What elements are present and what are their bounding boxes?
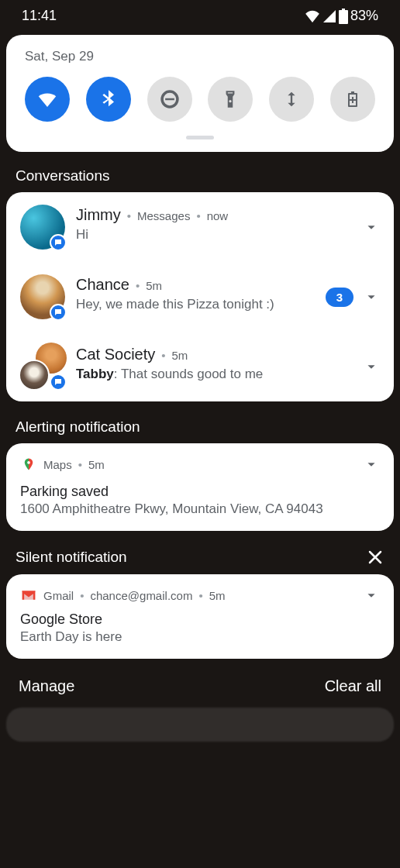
- conversations-header: Conversations: [0, 161, 400, 192]
- conversations-card: Jimmy • Messages • now Hi Chance • 5m: [6, 192, 394, 401]
- chevron-down-icon[interactable]: [363, 456, 380, 473]
- quick-settings-panel: Sat, Sep 29: [6, 35, 394, 152]
- message-sender: Tabby: [76, 367, 114, 381]
- messages-badge-icon: [50, 374, 67, 391]
- separator-dot: •: [198, 589, 202, 602]
- separator-dot: •: [80, 589, 84, 602]
- gmail-notification: Gmail • chance@gmail.com • 5m Google Sto…: [6, 574, 394, 659]
- unread-count-badge: 3: [326, 288, 353, 307]
- conversation-item[interactable]: Jimmy • Messages • now Hi: [6, 192, 394, 262]
- separator-dot: •: [127, 209, 131, 222]
- notification-head: Maps • 5m: [20, 456, 380, 473]
- conversation-body: Cat Society • 5m Tabby: That sounds good…: [76, 344, 357, 382]
- silent-header: Silent notification: [0, 542, 400, 574]
- conversation-message: Hi: [76, 227, 357, 243]
- notification-time: 5m: [209, 589, 226, 602]
- notification-title: Parking saved: [20, 484, 380, 500]
- qs-date: Sat, Sep 29: [25, 49, 378, 64]
- conversation-header: Jimmy • Messages • now: [76, 206, 357, 224]
- signal-icon: [322, 10, 336, 22]
- avatar: [20, 344, 65, 389]
- conversation-right: [363, 219, 380, 236]
- notification-account: chance@gmail.com: [90, 589, 192, 602]
- maps-icon: [20, 456, 37, 473]
- battery-saver-icon: [343, 89, 362, 109]
- qs-tile-flashlight[interactable]: [208, 77, 253, 122]
- qs-tile-autorotate[interactable]: [269, 77, 314, 122]
- dismiss-section-icon[interactable]: [366, 548, 384, 567]
- notification-text: Earth Day is here: [20, 629, 380, 645]
- alerting-header: Alerting notification: [0, 412, 400, 443]
- flashlight-icon: [220, 89, 240, 109]
- qs-tile-bluetooth[interactable]: [86, 77, 131, 122]
- bluetooth-icon: [98, 88, 119, 110]
- avatar: [20, 205, 65, 250]
- qs-tile-dnd[interactable]: [147, 77, 192, 122]
- notification-head: Gmail • chance@gmail.com • 5m: [20, 587, 380, 604]
- notification-app: Maps: [43, 458, 72, 471]
- conversation-time: 5m: [146, 279, 162, 292]
- separator-dot: •: [196, 209, 200, 222]
- messages-badge-icon: [50, 304, 67, 321]
- autorotate-sync-icon: [281, 88, 302, 110]
- chevron-down-icon[interactable]: [363, 358, 380, 375]
- notification-time: 5m: [88, 458, 105, 471]
- qs-tile-row: [22, 77, 378, 122]
- chevron-down-icon[interactable]: [363, 587, 380, 604]
- separator-dot: •: [161, 349, 165, 362]
- status-bar: 11:41 83%: [0, 0, 400, 29]
- clear-all-button[interactable]: Clear all: [325, 677, 381, 695]
- conversation-body: Jimmy • Messages • now Hi: [76, 205, 357, 243]
- home-search-blur: [6, 708, 394, 742]
- conversation-right: 3: [326, 288, 380, 307]
- wifi-icon: [36, 88, 59, 111]
- chevron-down-icon[interactable]: [363, 219, 380, 236]
- conversation-right: [363, 358, 380, 375]
- conversations-title: Conversations: [16, 167, 109, 184]
- manage-button[interactable]: Manage: [19, 677, 74, 695]
- conversation-header: Chance • 5m: [76, 276, 319, 294]
- gmail-icon: [20, 587, 37, 604]
- conversation-time: 5m: [172, 349, 188, 362]
- conversation-app: Messages: [137, 209, 190, 222]
- bottom-actions: Manage Clear all: [0, 670, 400, 703]
- conversation-message: Hey, we made this Pizza tonight :): [76, 297, 319, 312]
- wifi-icon: [305, 10, 320, 22]
- status-right: 83%: [305, 8, 378, 24]
- message-text: That sounds good to me: [121, 367, 263, 381]
- separator-dot: •: [136, 279, 140, 292]
- separator-dot: •: [78, 458, 82, 471]
- battery-icon: [339, 9, 348, 24]
- dnd-icon: [159, 88, 181, 110]
- silent-title: Silent notification: [16, 549, 127, 566]
- avatar: [20, 274, 65, 319]
- conversation-name: Chance: [76, 276, 129, 294]
- conversation-body: Chance • 5m Hey, we made this Pizza toni…: [76, 274, 319, 312]
- notification-title: Google Store: [20, 611, 380, 628]
- conversation-message: Tabby: That sounds good to me: [76, 367, 357, 382]
- qs-tile-wifi[interactable]: [25, 77, 70, 122]
- chevron-down-icon[interactable]: [363, 288, 380, 305]
- conversation-item[interactable]: Chance • 5m Hey, we made this Pizza toni…: [6, 262, 394, 332]
- qs-drag-handle[interactable]: [186, 136, 214, 140]
- qs-tile-battery-saver[interactable]: [330, 77, 375, 122]
- alerting-title: Alerting notification: [16, 418, 140, 436]
- silent-card[interactable]: Gmail • chance@gmail.com • 5m Google Sto…: [6, 574, 394, 659]
- messages-badge-icon: [50, 234, 67, 251]
- alerting-card[interactable]: Maps • 5m Parking saved 1600 Amphitheatr…: [6, 443, 394, 531]
- notification-text: 1600 Amphitheatre Pkwy, Mountain View, C…: [20, 501, 380, 517]
- conversation-name: Cat Society: [76, 346, 155, 363]
- conversation-name: Jimmy: [76, 206, 121, 224]
- conversation-item[interactable]: Cat Society • 5m Tabby: That sounds good…: [6, 332, 394, 401]
- status-time: 11:41: [22, 8, 57, 24]
- maps-notification: Maps • 5m Parking saved 1600 Amphitheatr…: [6, 443, 394, 531]
- battery-percent: 83%: [350, 8, 378, 24]
- conversation-time: now: [207, 209, 229, 222]
- notification-app: Gmail: [43, 589, 74, 602]
- conversation-header: Cat Society • 5m: [76, 346, 357, 363]
- svg-point-0: [27, 461, 30, 464]
